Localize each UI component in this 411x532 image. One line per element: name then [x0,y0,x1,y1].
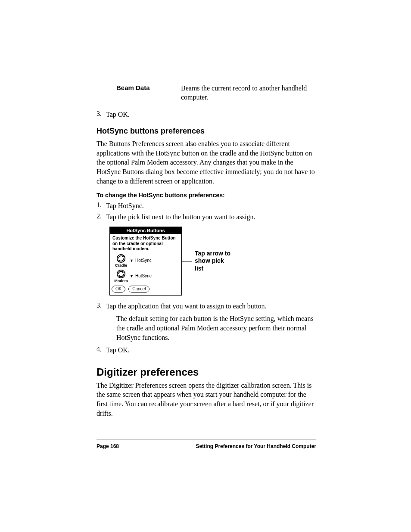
list-item: 3. Tap the application that you want to … [97,302,316,311]
chevron-down-icon: ▼ [130,274,134,278]
list-text: Tap the application that you want to ass… [106,302,316,311]
list-number: 1. [97,201,106,211]
list-number: 2. [97,212,106,222]
dialog-button-row: OK Cancel [110,284,181,295]
picklist-value: HotSync [135,258,152,263]
callout-text: Tap arrow to show pick list [195,250,234,273]
hotsync-icon [116,269,126,279]
page-number: Page 168 [97,443,119,449]
modem-label: Modem [112,279,130,283]
list-item: 3. Tap OK. [97,110,316,119]
page-footer: Page 168 Setting Preferences for Your Ha… [97,443,316,449]
dialog-title: HotSync Buttons [110,227,181,234]
list-item: 1. Tap HotSync. [97,201,316,211]
section-heading: HotSync buttons preferences [97,127,316,136]
definition-term: Beam Data [97,84,181,102]
list-number: 3. [97,110,106,119]
sub-paragraph: The default setting for each button is t… [116,314,316,342]
list-number: 4. [97,345,106,355]
callout-leader [182,261,192,261]
cradle-picklist[interactable]: ▼ HotSync [130,258,152,263]
modem-picklist[interactable]: ▼ HotSync [130,274,152,278]
procedure-heading: To change the HotSync buttons preference… [97,192,316,199]
figure: HotSync Buttons Customize the HotSync Bu… [109,227,316,296]
hotsync-dialog: HotSync Buttons Customize the HotSync Bu… [109,227,182,296]
cancel-button[interactable]: Cancel [128,286,149,292]
definition-row: Beam Data Beams the current record to an… [97,84,316,102]
dialog-message: Customize the HotSync Button on the crad… [110,234,181,253]
list-text: Tap OK. [106,110,316,119]
picklist-value: HotSync [135,274,152,278]
list-item: 2. Tap the pick list next to the button … [97,212,316,222]
modem-row: Modem ▼ HotSync [110,268,181,284]
cradle-label: Cradle [112,263,130,268]
cradle-row: Cradle ▼ HotSync [110,253,181,268]
list-item: 4. Tap OK. [97,345,316,355]
paragraph: The Buttons Preferences screen also enab… [97,139,316,186]
chevron-down-icon: ▼ [130,258,134,263]
paragraph: The Digitizer Preferences screen opens t… [97,381,316,418]
list-text: Tap HotSync. [106,201,316,211]
list-text: Tap the pick list next to the button you… [106,212,316,222]
document-page: Beam Data Beams the current record to an… [0,0,411,532]
modem-icon-col: Modem [112,269,130,283]
list-number: 3. [97,302,106,311]
section-heading: Digitizer preferences [97,366,316,378]
ok-button[interactable]: OK [112,286,125,292]
section-title: Setting Preferences for Your Handheld Co… [196,443,316,449]
hotsync-icon [116,254,126,263]
definition-description: Beams the current record to another hand… [181,84,316,102]
footer-rule [97,439,316,439]
list-text: Tap OK. [106,345,316,355]
cradle-icon-col: Cradle [112,254,130,268]
